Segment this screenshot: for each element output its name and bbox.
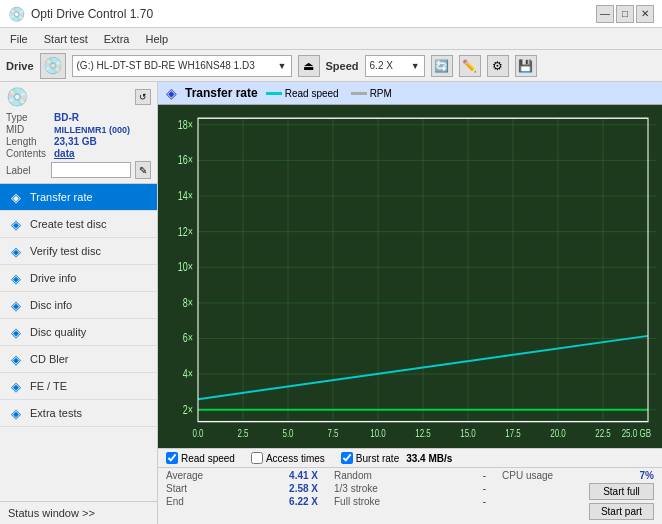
extra-tests-icon: ◈	[8, 405, 24, 421]
sidebar-item-transfer-rate[interactable]: ◈ Transfer rate	[0, 184, 157, 211]
disc-label-row: Label ✎	[6, 161, 151, 179]
svg-text:4×: 4×	[183, 367, 193, 381]
speed-value: 6.2 X	[370, 60, 393, 71]
verify-test-disc-icon: ◈	[8, 243, 24, 259]
sidebar-item-label: Disc info	[30, 299, 72, 311]
disc-info-mid: MID MILLENMR1 (000)	[6, 124, 151, 135]
status-window-button[interactable]: Status window >>	[0, 501, 157, 524]
title-bar-left: 💿 Opti Drive Control 1.70	[8, 6, 153, 22]
chart-icon: ◈	[166, 85, 177, 101]
speed-selector[interactable]: 6.2 X ▼	[365, 55, 425, 77]
transfer-rate-icon: ◈	[8, 189, 24, 205]
disc-panel: 💿 ↺ Type BD-R MID MILLENMR1 (000) Length…	[0, 82, 157, 184]
sidebar-item-label: CD Bler	[30, 353, 69, 365]
checkbox-read-speed[interactable]: Read speed	[166, 452, 235, 464]
chart-container: 18× 16× 14× 12× 10× 8× 6× 4× 2× 0.0 2.5 …	[158, 105, 662, 448]
sidebar: 💿 ↺ Type BD-R MID MILLENMR1 (000) Length…	[0, 82, 158, 524]
app-icon: 💿	[8, 6, 25, 22]
stat-start: Start 2.58 X	[166, 483, 318, 494]
close-button[interactable]: ✕	[636, 5, 654, 23]
sidebar-item-label: Verify test disc	[30, 245, 101, 257]
speed-arrow: ▼	[411, 61, 420, 71]
save-button[interactable]: 💾	[515, 55, 537, 77]
menu-bar: File Start test Extra Help	[0, 28, 662, 50]
legend-rpm: RPM	[351, 88, 392, 99]
svg-text:8×: 8×	[183, 296, 193, 310]
disc-length-value: 23,31 GB	[54, 136, 97, 147]
checkbox-burst-rate[interactable]: Burst rate 33.4 MB/s	[341, 452, 453, 464]
svg-text:2.5: 2.5	[237, 428, 248, 439]
chart-header: ◈ Transfer rate Read speed RPM	[158, 82, 662, 105]
svg-text:22.5: 22.5	[595, 428, 611, 439]
start-full-button[interactable]: Start full	[589, 483, 654, 500]
sidebar-item-label: Drive info	[30, 272, 76, 284]
start-part-button[interactable]: Start part	[589, 503, 654, 520]
settings-button[interactable]: ⚙	[487, 55, 509, 77]
disc-info-icon: ◈	[8, 297, 24, 313]
main-area: 💿 ↺ Type BD-R MID MILLENMR1 (000) Length…	[0, 82, 662, 524]
write-button[interactable]: ✏️	[459, 55, 481, 77]
stats-col-2: Random - 1/3 stroke - Full stroke -	[326, 468, 494, 524]
sidebar-item-fe-te[interactable]: ◈ FE / TE	[0, 373, 157, 400]
refresh-button[interactable]: 🔄	[431, 55, 453, 77]
legend-read-color	[266, 92, 282, 95]
create-test-disc-icon: ◈	[8, 216, 24, 232]
svg-text:2×: 2×	[183, 402, 193, 416]
disc-info-type: Type BD-R	[6, 112, 151, 123]
maximize-button[interactable]: □	[616, 5, 634, 23]
disc-mid-value: MILLENMR1 (000)	[54, 125, 130, 135]
read-speed-checkbox[interactable]	[166, 452, 178, 464]
drive-selector-value: (G:) HL-DT-ST BD-RE WH16NS48 1.D3	[77, 60, 255, 71]
svg-text:5.0: 5.0	[282, 428, 293, 439]
title-bar-controls: — □ ✕	[596, 5, 654, 23]
burst-rate-checkbox-label: Burst rate	[356, 453, 399, 464]
sidebar-item-cd-bler[interactable]: ◈ CD Bler	[0, 346, 157, 373]
stat-average-value: 4.41 X	[289, 470, 318, 481]
title-bar: 💿 Opti Drive Control 1.70 — □ ✕	[0, 0, 662, 28]
svg-text:16×: 16×	[178, 153, 193, 167]
disc-info-contents: Contents data	[6, 148, 151, 159]
access-times-checkbox[interactable]	[251, 452, 263, 464]
svg-text:6×: 6×	[183, 331, 193, 345]
disc-quality-icon: ◈	[8, 324, 24, 340]
sidebar-item-disc-info[interactable]: ◈ Disc info	[0, 292, 157, 319]
label-input[interactable]	[51, 162, 131, 178]
chart-title: Transfer rate	[185, 86, 258, 100]
svg-text:12×: 12×	[178, 224, 193, 238]
svg-rect-0	[158, 105, 662, 448]
minimize-button[interactable]: —	[596, 5, 614, 23]
svg-text:0.0: 0.0	[192, 428, 203, 439]
content-area: ◈ Transfer rate Read speed RPM	[158, 82, 662, 524]
disc-contents-value[interactable]: data	[54, 148, 75, 159]
eject-button[interactable]: ⏏	[298, 55, 320, 77]
stat-full-value: -	[483, 496, 486, 507]
sidebar-item-extra-tests[interactable]: ◈ Extra tests	[0, 400, 157, 427]
sidebar-item-create-test-disc[interactable]: ◈ Create test disc	[0, 211, 157, 238]
svg-text:20.0: 20.0	[550, 428, 566, 439]
sidebar-item-drive-info[interactable]: ◈ Drive info	[0, 265, 157, 292]
drive-selector[interactable]: (G:) HL-DT-ST BD-RE WH16NS48 1.D3 ▼	[72, 55, 292, 77]
legend-rpm-color	[351, 92, 367, 95]
speed-label: Speed	[326, 60, 359, 72]
access-times-checkbox-label: Access times	[266, 453, 325, 464]
read-speed-checkbox-label: Read speed	[181, 453, 235, 464]
svg-text:25.0 GB: 25.0 GB	[622, 428, 651, 439]
stat-full-stroke: Full stroke -	[334, 496, 486, 507]
disc-panel-header: 💿 ↺	[6, 86, 151, 108]
menu-help[interactable]: Help	[141, 32, 172, 46]
label-edit-btn[interactable]: ✎	[135, 161, 151, 179]
menu-extra[interactable]: Extra	[100, 32, 134, 46]
disc-refresh-btn[interactable]: ↺	[135, 89, 151, 105]
sidebar-item-verify-test-disc[interactable]: ◈ Verify test disc	[0, 238, 157, 265]
stat-random-value: -	[483, 470, 486, 481]
cd-bler-icon: ◈	[8, 351, 24, 367]
sidebar-item-disc-quality[interactable]: ◈ Disc quality	[0, 319, 157, 346]
nav-items: ◈ Transfer rate ◈ Create test disc ◈ Ver…	[0, 184, 157, 501]
menu-file[interactable]: File	[6, 32, 32, 46]
checkbox-access-times[interactable]: Access times	[251, 452, 325, 464]
disc-panel-icon: 💿	[6, 86, 28, 108]
disc-info-rows: Type BD-R MID MILLENMR1 (000) Length 23,…	[6, 112, 151, 179]
menu-start-test[interactable]: Start test	[40, 32, 92, 46]
disc-type-value: BD-R	[54, 112, 79, 123]
burst-rate-checkbox[interactable]	[341, 452, 353, 464]
